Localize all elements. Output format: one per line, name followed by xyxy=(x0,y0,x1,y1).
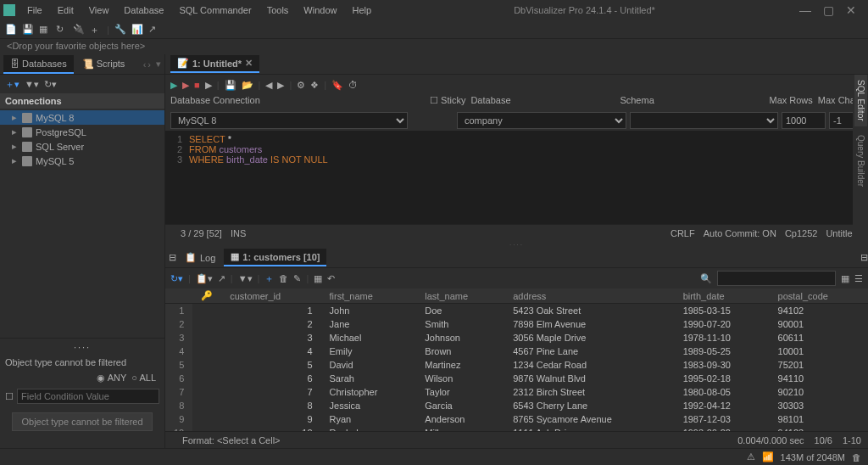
col-address[interactable]: address xyxy=(504,289,674,304)
grid-search-input[interactable] xyxy=(717,271,836,286)
schema-select[interactable] xyxy=(630,112,778,129)
col-last_name[interactable]: last_name xyxy=(416,289,504,304)
tab-customers[interactable]: ▦ 1: customers [10] xyxy=(224,249,326,266)
radio-all[interactable]: ○ ALL xyxy=(131,373,156,383)
database-select[interactable]: company xyxy=(457,112,626,129)
resize-handle[interactable]: ···· xyxy=(5,342,159,352)
sql-editor[interactable]: 1SELECT *2FROM customers3WHERE birth_dat… xyxy=(165,131,868,224)
radio-any[interactable]: ◉ ANY xyxy=(97,373,126,383)
export-icon[interactable]: ↗ xyxy=(148,24,160,36)
col-customer_id[interactable]: customer_id xyxy=(221,289,320,304)
menu-database[interactable]: Database xyxy=(117,3,170,17)
chevron-left-icon[interactable]: ‹ xyxy=(143,59,147,70)
connection-sql-server[interactable]: ▸SQL Server xyxy=(0,139,164,154)
menu-view[interactable]: View xyxy=(82,3,116,17)
commit-icon[interactable]: ▦ xyxy=(314,273,322,284)
menu-edit[interactable]: Edit xyxy=(51,3,81,17)
add-icon[interactable]: ＋ xyxy=(90,24,102,36)
rollback-icon[interactable]: ↶ xyxy=(327,273,335,284)
menu-file[interactable]: File xyxy=(20,3,49,17)
tab-log[interactable]: 📋 Log xyxy=(178,249,222,266)
table-row[interactable]: 77ChristopherTaylor2312 Birch Street1980… xyxy=(165,385,868,399)
editor-tab-1[interactable]: 📝 1: Untitled* ✕ xyxy=(170,55,259,73)
filter-input[interactable] xyxy=(17,389,159,404)
table-row[interactable]: 11JohnDoe5423 Oak Street1985-03-1594102 xyxy=(165,304,868,318)
window-controls: — ▢ ✕ xyxy=(791,3,865,17)
table-row[interactable]: 55DavidMartinez1234 Cedar Road1983-09-30… xyxy=(165,358,868,372)
col-birth_date[interactable]: birth_date xyxy=(675,289,770,304)
add-row-icon[interactable]: ＋ xyxy=(264,272,274,285)
copy-icon[interactable]: 📋▾ xyxy=(196,273,213,284)
maximize-icon[interactable]: ▢ xyxy=(823,3,834,17)
close-icon[interactable]: ✕ xyxy=(846,3,856,17)
run-icon[interactable]: ▶ xyxy=(170,80,177,91)
delete-row-icon[interactable]: 🗑 xyxy=(279,273,288,283)
connection-select[interactable]: MySQL 8 xyxy=(170,112,408,129)
checkbox-filter[interactable]: ☐ xyxy=(5,391,14,402)
next-icon[interactable]: ▶ xyxy=(277,80,284,91)
menu-sql-commander[interactable]: SQL Commander xyxy=(172,3,258,17)
result-grid[interactable]: 🔑customer_idfirst_namelast_nameaddressbi… xyxy=(165,289,868,431)
bookmark-icon[interactable]: 🔖 xyxy=(331,80,343,91)
col-postal_code[interactable]: postal_code xyxy=(770,289,868,304)
filter-grid-icon[interactable]: ▼▾ xyxy=(238,273,253,284)
sql-icon: 📝 xyxy=(177,58,189,69)
save-query-icon[interactable]: 💾 xyxy=(225,80,236,91)
refresh-tree-icon[interactable]: ↻▾ xyxy=(44,79,57,90)
chevron-right-icon[interactable]: › xyxy=(147,59,151,70)
menu-tools[interactable]: Tools xyxy=(260,3,296,17)
prev-icon[interactable]: ◀ xyxy=(265,80,272,91)
refresh-grid-icon[interactable]: ↻▾ xyxy=(170,273,183,284)
collapse-icon[interactable]: ⊟ xyxy=(169,252,176,263)
connection-postgresql[interactable]: ▸PostgreSQL xyxy=(0,125,164,139)
edit-row-icon[interactable]: ✎ xyxy=(293,273,301,284)
param-icon[interactable]: ❖ xyxy=(310,80,319,91)
table-row[interactable]: 99RyanAnderson8765 Sycamore Avenue1987-1… xyxy=(165,412,868,426)
pin-icon[interactable]: ⊟ xyxy=(860,252,868,263)
new-icon[interactable]: 📄 xyxy=(5,24,17,36)
run-script-icon[interactable]: ▶ xyxy=(182,80,189,91)
connection-mysql-5[interactable]: ▸MySQL 5 xyxy=(0,154,164,168)
filter-icon[interactable]: ▼▾ xyxy=(25,79,39,90)
query-toolbar: ▶ ▶ ■ ▶ | 💾 📂 | ◀ ▶ | ⚙ ❖ | 🔖 ⏱ xyxy=(165,75,868,95)
tab-query-builder[interactable]: Query Builder xyxy=(854,130,867,192)
form-view-icon[interactable]: ☰ xyxy=(854,273,863,284)
gc-icon[interactable]: 🗑 xyxy=(852,452,861,462)
tab-databases[interactable]: 🗄 Databases xyxy=(3,55,74,74)
save-icon[interactable]: 💾 xyxy=(22,24,34,36)
stop-icon[interactable]: ■ xyxy=(194,80,200,90)
explain-icon[interactable]: ▶ xyxy=(205,80,212,91)
warning-icon[interactable]: ⚠ xyxy=(747,451,755,462)
grid-icon[interactable]: ▦ xyxy=(39,24,51,36)
add-connection-icon[interactable]: ＋▾ xyxy=(5,78,19,91)
open-query-icon[interactable]: 📂 xyxy=(242,80,253,91)
format-icon[interactable]: ⚙ xyxy=(297,80,305,91)
table-row[interactable]: 22JaneSmith7898 Elm Avenue1990-07-209000… xyxy=(165,317,868,331)
tab-sql-editor[interactable]: SQL Editor xyxy=(854,75,867,126)
chart-icon[interactable]: 📊 xyxy=(131,24,143,36)
refresh-icon[interactable]: ↻ xyxy=(56,24,68,36)
filter-button[interactable]: Object type cannot be filtered xyxy=(12,412,152,431)
menu-help[interactable]: Help xyxy=(345,3,378,17)
table-row[interactable]: 44EmilyBrown4567 Pine Lane1989-05-251000… xyxy=(165,345,868,358)
splitter[interactable]: ···· xyxy=(165,241,868,248)
connection-mysql-8[interactable]: ▸MySQL 8 xyxy=(0,110,164,125)
export-grid-icon[interactable]: ↗ xyxy=(218,273,225,284)
close-tab-icon[interactable]: ✕ xyxy=(245,58,253,69)
history-icon[interactable]: ⏱ xyxy=(348,80,358,90)
connect-icon[interactable]: 🔌 xyxy=(73,24,85,36)
more-icon[interactable]: ▾ xyxy=(153,59,164,70)
menu-window[interactable]: Window xyxy=(297,3,343,17)
tool-icon[interactable]: 🔧 xyxy=(114,24,126,36)
table-row[interactable]: 33MichaelJohnson3056 Maple Drive1978-11-… xyxy=(165,331,868,345)
table-row[interactable]: 88JessicaGarcia6543 Cherry Lane1992-04-1… xyxy=(165,399,868,412)
maxrows-input[interactable] xyxy=(782,112,826,129)
grid-view-icon[interactable]: ▦ xyxy=(841,273,849,284)
tab-scripts[interactable]: 📜 Scripts xyxy=(75,55,132,73)
table-row[interactable]: 66SarahWilson9876 Walnut Blvd1995-02-189… xyxy=(165,372,868,385)
col-first_name[interactable]: first_name xyxy=(321,289,417,304)
favorites-dropzone[interactable]: <Drop your favorite objects here> xyxy=(0,39,868,54)
minimize-icon[interactable]: — xyxy=(799,3,811,17)
sidebar-tabs: 🗄 Databases 📜 Scripts ‹ › ▾ xyxy=(0,54,164,75)
titlebar: FileEditViewDatabaseSQL CommanderToolsWi… xyxy=(0,0,868,20)
